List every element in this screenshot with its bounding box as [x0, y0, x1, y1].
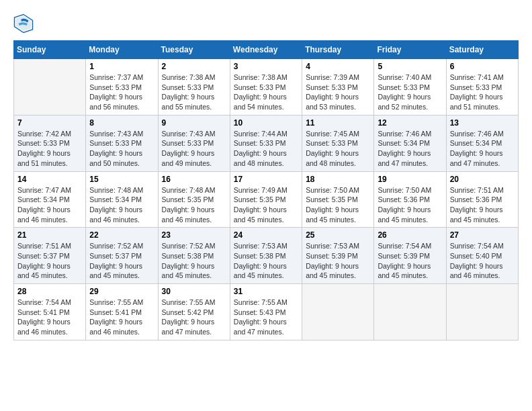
day-info: Sunrise: 7:51 AM Sunset: 5:37 PM Dayligh… [17, 241, 82, 281]
day-info: Sunrise: 7:48 AM Sunset: 5:35 PM Dayligh… [162, 185, 226, 225]
day-number: 30 [162, 287, 226, 296]
calendar-cell: 31Sunrise: 7:55 AM Sunset: 5:43 PM Dayli… [230, 284, 302, 340]
day-info: Sunrise: 7:55 AM Sunset: 5:41 PM Dayligh… [89, 298, 154, 337]
calendar-cell: 25Sunrise: 7:53 AM Sunset: 5:39 PM Dayli… [302, 228, 374, 284]
day-info: Sunrise: 7:51 AM Sunset: 5:36 PM Dayligh… [450, 185, 515, 225]
calendar-cell: 24Sunrise: 7:53 AM Sunset: 5:38 PM Dayli… [230, 228, 302, 284]
day-info: Sunrise: 7:48 AM Sunset: 5:34 PM Dayligh… [89, 185, 154, 225]
calendar-cell: 7Sunrise: 7:42 AM Sunset: 5:33 PM Daylig… [14, 115, 86, 171]
day-info: Sunrise: 7:39 AM Sunset: 5:33 PM Dayligh… [306, 73, 370, 112]
day-info: Sunrise: 7:42 AM Sunset: 5:33 PM Dayligh… [17, 129, 82, 169]
calendar-cell: 20Sunrise: 7:51 AM Sunset: 5:36 PM Dayli… [446, 171, 518, 228]
calendar-cell [374, 284, 446, 340]
day-number: 10 [234, 118, 298, 128]
day-number: 15 [89, 175, 154, 184]
day-info: Sunrise: 7:38 AM Sunset: 5:33 PM Dayligh… [162, 73, 226, 112]
calendar-cell [302, 284, 374, 340]
day-number: 4 [306, 62, 370, 71]
day-info: Sunrise: 7:41 AM Sunset: 5:33 PM Dayligh… [450, 73, 515, 112]
day-info: Sunrise: 7:40 AM Sunset: 5:33 PM Dayligh… [378, 73, 442, 112]
col-header-wednesday: Wednesday [230, 41, 302, 59]
logo [13, 13, 36, 34]
day-number: 28 [17, 287, 82, 296]
calendar-cell: 3Sunrise: 7:38 AM Sunset: 5:33 PM Daylig… [230, 59, 302, 116]
calendar-cell: 11Sunrise: 7:45 AM Sunset: 5:33 PM Dayli… [302, 115, 374, 171]
calendar-cell: 4Sunrise: 7:39 AM Sunset: 5:33 PM Daylig… [302, 59, 374, 116]
week-row-4: 21Sunrise: 7:51 AM Sunset: 5:37 PM Dayli… [14, 228, 519, 284]
day-number: 25 [306, 230, 370, 240]
day-info: Sunrise: 7:47 AM Sunset: 5:34 PM Dayligh… [17, 185, 82, 225]
day-number: 9 [162, 118, 226, 128]
day-number: 20 [450, 175, 515, 184]
col-header-monday: Monday [86, 41, 158, 59]
week-row-1: 1Sunrise: 7:37 AM Sunset: 5:33 PM Daylig… [14, 59, 519, 116]
day-number: 21 [17, 230, 82, 240]
day-number: 2 [162, 62, 226, 71]
calendar-cell: 14Sunrise: 7:47 AM Sunset: 5:34 PM Dayli… [14, 171, 86, 228]
calendar-cell [446, 284, 518, 340]
day-number: 5 [378, 62, 442, 71]
calendar-cell: 5Sunrise: 7:40 AM Sunset: 5:33 PM Daylig… [374, 59, 446, 116]
week-row-5: 28Sunrise: 7:54 AM Sunset: 5:41 PM Dayli… [14, 284, 519, 340]
calendar-cell: 16Sunrise: 7:48 AM Sunset: 5:35 PM Dayli… [158, 171, 230, 228]
day-number: 27 [450, 230, 515, 240]
week-row-2: 7Sunrise: 7:42 AM Sunset: 5:33 PM Daylig… [14, 115, 519, 171]
col-header-saturday: Saturday [446, 41, 518, 59]
day-number: 22 [89, 230, 154, 240]
calendar-cell: 23Sunrise: 7:52 AM Sunset: 5:38 PM Dayli… [158, 228, 230, 284]
week-row-3: 14Sunrise: 7:47 AM Sunset: 5:34 PM Dayli… [14, 171, 519, 228]
day-info: Sunrise: 7:53 AM Sunset: 5:38 PM Dayligh… [234, 241, 298, 281]
col-header-sunday: Sunday [14, 41, 86, 59]
calendar-cell: 12Sunrise: 7:46 AM Sunset: 5:34 PM Dayli… [374, 115, 446, 171]
col-header-tuesday: Tuesday [158, 41, 230, 59]
calendar-cell [14, 59, 86, 116]
calendar-cell: 8Sunrise: 7:43 AM Sunset: 5:33 PM Daylig… [86, 115, 158, 171]
calendar-cell: 1Sunrise: 7:37 AM Sunset: 5:33 PM Daylig… [86, 59, 158, 116]
day-number: 13 [450, 118, 515, 128]
day-number: 19 [378, 175, 442, 184]
day-info: Sunrise: 7:37 AM Sunset: 5:33 PM Dayligh… [89, 73, 154, 112]
calendar-cell: 10Sunrise: 7:44 AM Sunset: 5:33 PM Dayli… [230, 115, 302, 171]
calendar-cell: 26Sunrise: 7:54 AM Sunset: 5:39 PM Dayli… [374, 228, 446, 284]
calendar-cell: 6Sunrise: 7:41 AM Sunset: 5:33 PM Daylig… [446, 59, 518, 116]
day-info: Sunrise: 7:45 AM Sunset: 5:33 PM Dayligh… [306, 129, 370, 169]
day-number: 12 [378, 118, 442, 128]
calendar-cell: 27Sunrise: 7:54 AM Sunset: 5:40 PM Dayli… [446, 228, 518, 284]
day-number: 14 [17, 175, 82, 184]
day-info: Sunrise: 7:44 AM Sunset: 5:33 PM Dayligh… [234, 129, 298, 169]
day-number: 16 [162, 175, 226, 184]
day-info: Sunrise: 7:38 AM Sunset: 5:33 PM Dayligh… [234, 73, 298, 112]
col-header-thursday: Thursday [302, 41, 374, 59]
day-number: 11 [306, 118, 370, 128]
day-number: 31 [234, 287, 298, 296]
calendar-cell: 29Sunrise: 7:55 AM Sunset: 5:41 PM Dayli… [86, 284, 158, 340]
day-number: 23 [162, 230, 226, 240]
day-info: Sunrise: 7:43 AM Sunset: 5:33 PM Dayligh… [89, 129, 154, 169]
day-number: 26 [378, 230, 442, 240]
day-info: Sunrise: 7:52 AM Sunset: 5:38 PM Dayligh… [162, 241, 226, 281]
calendar-cell: 21Sunrise: 7:51 AM Sunset: 5:37 PM Dayli… [14, 228, 86, 284]
calendar-table: SundayMondayTuesdayWednesdayThursdayFrid… [13, 40, 519, 340]
page-header [13, 13, 519, 34]
calendar-cell: 19Sunrise: 7:50 AM Sunset: 5:36 PM Dayli… [374, 171, 446, 228]
day-number: 18 [306, 175, 370, 184]
day-info: Sunrise: 7:50 AM Sunset: 5:35 PM Dayligh… [306, 185, 370, 225]
day-number: 17 [234, 175, 298, 184]
day-info: Sunrise: 7:46 AM Sunset: 5:34 PM Dayligh… [378, 129, 442, 169]
day-number: 6 [450, 62, 515, 71]
day-number: 1 [89, 62, 154, 71]
calendar-cell: 13Sunrise: 7:46 AM Sunset: 5:34 PM Dayli… [446, 115, 518, 171]
day-info: Sunrise: 7:54 AM Sunset: 5:41 PM Dayligh… [17, 298, 82, 337]
day-number: 29 [89, 287, 154, 296]
day-info: Sunrise: 7:46 AM Sunset: 5:34 PM Dayligh… [450, 129, 515, 169]
day-info: Sunrise: 7:54 AM Sunset: 5:40 PM Dayligh… [450, 241, 515, 281]
calendar-cell: 2Sunrise: 7:38 AM Sunset: 5:33 PM Daylig… [158, 59, 230, 116]
day-info: Sunrise: 7:50 AM Sunset: 5:36 PM Dayligh… [378, 185, 442, 225]
calendar-cell: 15Sunrise: 7:48 AM Sunset: 5:34 PM Dayli… [86, 171, 158, 228]
day-info: Sunrise: 7:55 AM Sunset: 5:43 PM Dayligh… [234, 298, 298, 337]
calendar-cell: 17Sunrise: 7:49 AM Sunset: 5:35 PM Dayli… [230, 171, 302, 228]
day-number: 24 [234, 230, 298, 240]
day-number: 8 [89, 118, 154, 128]
logo-icon [13, 13, 34, 34]
calendar-cell: 30Sunrise: 7:55 AM Sunset: 5:42 PM Dayli… [158, 284, 230, 340]
